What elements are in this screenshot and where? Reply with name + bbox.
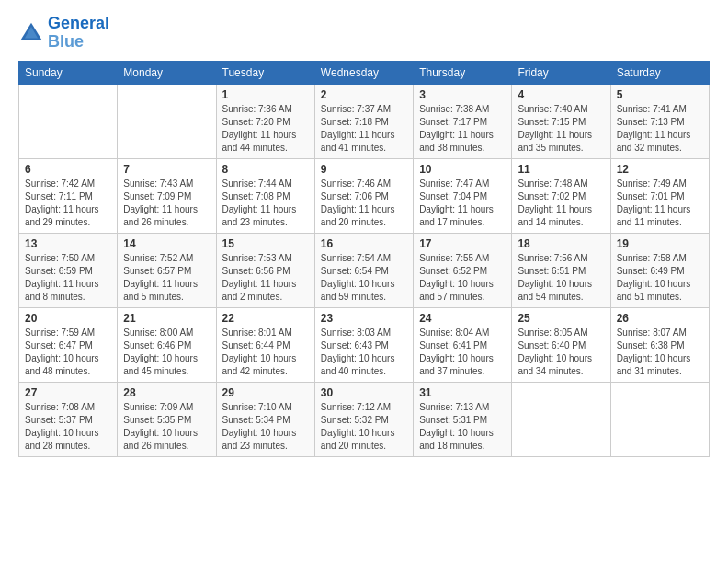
sunset-text: Sunset: 6:38 PM (617, 339, 703, 352)
daylight-text: Daylight: 10 hours and 20 minutes. (321, 427, 407, 453)
calendar-cell: 16 Sunrise: 7:54 AM Sunset: 6:54 PM Dayl… (314, 233, 413, 307)
sunrise-text: Sunrise: 7:49 AM (617, 178, 703, 190)
page: General Blue SundayMondayTuesdayWednesda… (0, 0, 728, 466)
daylight-text: Daylight: 10 hours and 57 minutes. (419, 278, 506, 304)
col-header-wednesday: Wednesday (314, 61, 413, 84)
cell-info: Sunrise: 7:43 AM Sunset: 7:09 PM Dayligh… (123, 178, 210, 229)
calendar-cell: 1 Sunrise: 7:36 AM Sunset: 7:20 PM Dayli… (216, 84, 314, 158)
day-number: 5 (617, 88, 703, 101)
logo: General Blue (18, 15, 109, 52)
cell-info: Sunrise: 7:12 AM Sunset: 5:32 PM Dayligh… (321, 401, 407, 453)
cell-info: Sunrise: 7:59 AM Sunset: 6:47 PM Dayligh… (25, 327, 111, 378)
sunset-text: Sunset: 5:31 PM (419, 414, 506, 427)
sunset-text: Sunset: 7:13 PM (617, 116, 703, 129)
sunset-text: Sunset: 7:08 PM (222, 190, 309, 203)
cell-info: Sunrise: 8:04 AM Sunset: 6:41 PM Dayligh… (419, 327, 506, 378)
sunrise-text: Sunrise: 7:52 AM (123, 252, 210, 265)
week-row-3: 13 Sunrise: 7:50 AM Sunset: 6:59 PM Dayl… (19, 233, 710, 307)
sunrise-text: Sunrise: 7:46 AM (321, 178, 407, 190)
sunrise-text: Sunrise: 7:55 AM (419, 252, 506, 265)
daylight-text: Daylight: 10 hours and 26 minutes. (123, 427, 210, 453)
daylight-text: Daylight: 11 hours and 8 minutes. (25, 278, 111, 304)
cell-info: Sunrise: 7:56 AM Sunset: 6:51 PM Dayligh… (518, 252, 604, 304)
sunset-text: Sunset: 6:40 PM (518, 339, 604, 352)
sunrise-text: Sunrise: 8:04 AM (419, 327, 506, 339)
daylight-text: Daylight: 10 hours and 51 minutes. (617, 278, 703, 304)
calendar-cell: 25 Sunrise: 8:05 AM Sunset: 6:40 PM Dayl… (512, 307, 610, 382)
day-number: 17 (419, 237, 506, 250)
cell-info: Sunrise: 7:13 AM Sunset: 5:31 PM Dayligh… (419, 401, 506, 453)
day-number: 3 (419, 88, 506, 101)
calendar-cell: 6 Sunrise: 7:42 AM Sunset: 7:11 PM Dayli… (19, 158, 118, 233)
calendar-cell: 14 Sunrise: 7:52 AM Sunset: 6:57 PM Dayl… (118, 233, 216, 307)
cell-info: Sunrise: 8:00 AM Sunset: 6:46 PM Dayligh… (123, 327, 210, 378)
daylight-text: Daylight: 10 hours and 40 minutes. (321, 352, 407, 378)
col-header-thursday: Thursday (414, 61, 512, 84)
sunset-text: Sunset: 6:43 PM (321, 339, 407, 352)
cell-info: Sunrise: 7:58 AM Sunset: 6:49 PM Dayligh… (617, 252, 703, 304)
sunrise-text: Sunrise: 7:36 AM (222, 103, 309, 116)
sunrise-text: Sunrise: 7:10 AM (222, 401, 309, 414)
sunset-text: Sunset: 6:56 PM (222, 265, 309, 278)
daylight-text: Daylight: 10 hours and 37 minutes. (419, 352, 506, 378)
daylight-text: Daylight: 10 hours and 34 minutes. (518, 352, 604, 378)
cell-info: Sunrise: 7:10 AM Sunset: 5:34 PM Dayligh… (222, 401, 309, 453)
cell-info: Sunrise: 7:44 AM Sunset: 7:08 PM Dayligh… (222, 178, 309, 229)
calendar-cell: 28 Sunrise: 7:09 AM Sunset: 5:35 PM Dayl… (118, 382, 216, 456)
col-header-tuesday: Tuesday (216, 61, 314, 84)
day-number: 8 (222, 163, 309, 176)
sunset-text: Sunset: 6:52 PM (419, 265, 506, 278)
calendar-cell: 17 Sunrise: 7:55 AM Sunset: 6:52 PM Dayl… (414, 233, 512, 307)
day-number: 29 (222, 386, 309, 399)
daylight-text: Daylight: 10 hours and 59 minutes. (321, 278, 407, 304)
day-number: 26 (617, 312, 703, 325)
calendar-cell: 29 Sunrise: 7:10 AM Sunset: 5:34 PM Dayl… (216, 382, 314, 456)
daylight-text: Daylight: 11 hours and 14 minutes. (518, 203, 604, 229)
day-number: 23 (321, 312, 407, 325)
calendar-cell: 4 Sunrise: 7:40 AM Sunset: 7:15 PM Dayli… (512, 84, 610, 158)
calendar-cell: 2 Sunrise: 7:37 AM Sunset: 7:18 PM Dayli… (314, 84, 413, 158)
logo-text: General Blue (48, 15, 109, 52)
daylight-text: Daylight: 11 hours and 44 minutes. (222, 129, 309, 155)
calendar-cell: 12 Sunrise: 7:49 AM Sunset: 7:01 PM Dayl… (610, 158, 709, 233)
cell-info: Sunrise: 7:38 AM Sunset: 7:17 PM Dayligh… (419, 103, 506, 155)
day-number: 27 (25, 386, 111, 399)
week-row-1: 1 Sunrise: 7:36 AM Sunset: 7:20 PM Dayli… (19, 84, 710, 158)
calendar-cell: 21 Sunrise: 8:00 AM Sunset: 6:46 PM Dayl… (118, 307, 216, 382)
sunrise-text: Sunrise: 7:08 AM (25, 401, 111, 414)
sunrise-text: Sunrise: 8:00 AM (123, 327, 210, 339)
sunrise-text: Sunrise: 7:37 AM (321, 103, 407, 116)
day-number: 22 (222, 312, 309, 325)
cell-info: Sunrise: 8:01 AM Sunset: 6:44 PM Dayligh… (222, 327, 309, 378)
calendar-cell (512, 382, 610, 456)
cell-info: Sunrise: 8:05 AM Sunset: 6:40 PM Dayligh… (518, 327, 604, 378)
col-header-friday: Friday (512, 61, 610, 84)
daylight-text: Daylight: 10 hours and 45 minutes. (123, 352, 210, 378)
sunset-text: Sunset: 6:54 PM (321, 265, 407, 278)
sunset-text: Sunset: 6:47 PM (25, 339, 111, 352)
daylight-text: Daylight: 10 hours and 18 minutes. (419, 427, 506, 453)
sunrise-text: Sunrise: 8:05 AM (518, 327, 604, 339)
sunrise-text: Sunrise: 7:44 AM (222, 178, 309, 190)
sunset-text: Sunset: 6:41 PM (419, 339, 506, 352)
day-number: 18 (518, 237, 604, 250)
day-number: 11 (518, 163, 604, 176)
day-number: 14 (123, 237, 210, 250)
sunset-text: Sunset: 5:35 PM (123, 414, 210, 427)
day-number: 24 (419, 312, 506, 325)
daylight-text: Daylight: 11 hours and 23 minutes. (222, 203, 309, 229)
sunset-text: Sunset: 7:02 PM (518, 190, 604, 203)
day-number: 1 (222, 88, 309, 101)
sunrise-text: Sunrise: 7:47 AM (419, 178, 506, 190)
day-number: 16 (321, 237, 407, 250)
daylight-text: Daylight: 11 hours and 32 minutes. (617, 129, 703, 155)
daylight-text: Daylight: 10 hours and 23 minutes. (222, 427, 309, 453)
daylight-text: Daylight: 11 hours and 20 minutes. (321, 203, 407, 229)
day-number: 9 (321, 163, 407, 176)
sunset-text: Sunset: 6:59 PM (25, 265, 111, 278)
daylight-text: Daylight: 11 hours and 11 minutes. (617, 203, 703, 229)
cell-info: Sunrise: 8:03 AM Sunset: 6:43 PM Dayligh… (321, 327, 407, 378)
cell-info: Sunrise: 7:47 AM Sunset: 7:04 PM Dayligh… (419, 178, 506, 229)
calendar-cell: 23 Sunrise: 8:03 AM Sunset: 6:43 PM Dayl… (314, 307, 413, 382)
cell-info: Sunrise: 7:52 AM Sunset: 6:57 PM Dayligh… (123, 252, 210, 304)
